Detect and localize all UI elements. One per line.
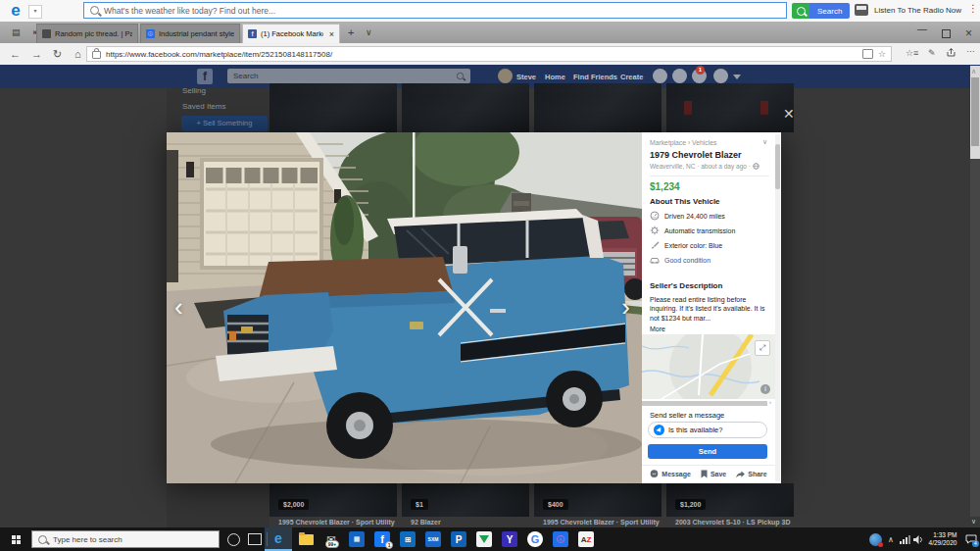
taskbar-paypal-button[interactable]: P — [447, 527, 470, 551]
taskbar-az-app-button[interactable]: AZ — [574, 527, 598, 551]
radio-extension-label[interactable]: Listen To The Radio Now — [874, 6, 961, 15]
tab-industrial-pendant[interactable]: ☮ Industrial pendant style ligh — [140, 24, 240, 43]
breadcrumb[interactable]: Marketplace › Vehicles — [650, 139, 769, 146]
taskbar-edge-button[interactable]: e — [265, 527, 292, 551]
new-tab-button[interactable]: + — [348, 26, 354, 38]
tray-defender-button[interactable] — [866, 527, 884, 551]
home-icon[interactable]: ⌂ — [74, 47, 81, 61]
tab-facebook-marketplace[interactable]: f (1) Facebook Marketpla × — [242, 24, 340, 43]
taskbar-blue-app-button[interactable]: ▦ — [345, 527, 368, 551]
share-action[interactable]: Share — [736, 471, 766, 478]
edge-menu-icon[interactable]: ⋮ — [968, 3, 978, 14]
edge-logo-caret-icon[interactable]: ▾ — [28, 5, 42, 19]
nav-create[interactable]: Create — [620, 73, 643, 81]
page-scrollbar-thumb[interactable] — [971, 77, 979, 146]
taskbar-mail-button[interactable]: ✉99+ — [319, 527, 343, 551]
bookmark-icon — [701, 470, 708, 478]
task-view-button[interactable] — [245, 527, 265, 551]
page-scrollbar-track-lower[interactable] — [970, 159, 980, 517]
send-button[interactable]: Send — [648, 444, 767, 459]
friend-requests-icon[interactable] — [653, 69, 667, 83]
nav-find-friends[interactable]: Find Friends — [573, 73, 617, 81]
taskbar-clock[interactable]: 1:33 PM4/29/2020 — [925, 527, 960, 551]
favorite-star-icon[interactable]: ☆ — [878, 49, 886, 59]
nav-user-name[interactable]: Steve — [516, 73, 536, 81]
taskbar-search-box[interactable]: Type here to search — [31, 530, 220, 548]
taskbar-store-button[interactable]: ⊞ — [396, 527, 419, 551]
refresh-icon[interactable]: ↻ — [53, 47, 62, 61]
tab-list-caret-icon[interactable]: ∨ — [366, 27, 372, 37]
more-link[interactable]: More — [650, 325, 769, 333]
edge-search-bar[interactable]: What's the weather like today? Find out … — [83, 2, 787, 19]
listing-photo-dimmed[interactable] — [402, 83, 529, 132]
facebook-search-box[interactable]: Search — [227, 69, 470, 83]
panel-scrollbar-thumb[interactable] — [775, 144, 780, 189]
account-caret-icon[interactable] — [733, 75, 741, 79]
send-message-label: Send seller a message — [650, 411, 769, 420]
reading-view-icon[interactable] — [862, 49, 873, 59]
related-title[interactable]: 92 Blazer — [411, 519, 441, 526]
related-title[interactable]: 1995 Chevrolet Blazer · Sport Utility — [543, 519, 660, 526]
panel-hscrollbar[interactable] — [642, 401, 767, 406]
user-avatar[interactable] — [498, 69, 513, 83]
settings-dots-icon[interactable]: … — [966, 44, 975, 54]
back-icon[interactable]: ← — [10, 47, 21, 61]
favorites-hub-icon[interactable]: ☆≡ — [906, 48, 918, 58]
tab-preview-icon[interactable]: ▤ — [12, 27, 21, 37]
network-icon[interactable] — [898, 527, 911, 551]
location-map[interactable]: ⤢ i — [642, 334, 775, 399]
related-title[interactable]: 2003 Chevrolet S-10 · LS Pickup 3D — [675, 519, 791, 526]
radio-extension-icon[interactable] — [855, 4, 868, 16]
facebook-logo-icon[interactable]: f — [197, 69, 213, 84]
tray-expand-icon[interactable]: ∧ — [885, 527, 897, 551]
taskbar-siriusxm-button[interactable]: SXM — [421, 527, 445, 551]
nav-home[interactable]: Home — [545, 73, 565, 81]
photo-next-icon[interactable]: › — [621, 292, 630, 322]
map-expand-icon[interactable]: ⤢ — [755, 340, 770, 356]
taskbar-peace-app-button[interactable]: ☮ — [549, 527, 572, 551]
close-window-button[interactable]: × — [965, 26, 972, 40]
scroll-down-icon[interactable]: ∨ — [971, 518, 976, 526]
message-action[interactable]: Message — [650, 470, 691, 478]
cortana-button[interactable] — [223, 527, 243, 551]
related-title[interactable]: 1995 Chevrolet Blazer · Sport Utility — [278, 519, 395, 526]
photo-prev-icon[interactable]: ‹ — [174, 292, 183, 322]
sell-something-button[interactable]: + Sell Something — [181, 116, 268, 131]
message-input[interactable]: Is this available? — [648, 422, 767, 438]
modal-close-icon[interactable]: ✕ — [783, 107, 795, 121]
listing-photo-dimmed[interactable] — [666, 83, 794, 132]
scroll-up-icon[interactable]: ∧ — [971, 68, 976, 75]
listing-photo-dimmed[interactable] — [534, 83, 662, 132]
taskbar-google-button[interactable]: G — [523, 527, 547, 551]
url-field[interactable]: https://www.facebook.com/marketplace/ite… — [86, 46, 892, 62]
tab-random-pic-thread[interactable]: Random pic thread. | Page 5 — [36, 24, 138, 43]
search-extension-button[interactable]: Search — [792, 3, 850, 19]
save-action[interactable]: Save — [701, 470, 726, 478]
breadcrumb-caret-icon[interactable]: ∨ — [762, 138, 767, 146]
ink-notes-icon[interactable]: ✎ — [928, 48, 936, 58]
start-button[interactable] — [4, 527, 27, 551]
maximize-button[interactable] — [942, 29, 951, 38]
forward-icon[interactable]: → — [31, 47, 42, 61]
facebook-favicon: f — [248, 29, 257, 38]
taskbar-explorer-button[interactable] — [294, 527, 318, 551]
edge-logo-icon[interactable]: e — [6, 2, 25, 20]
sidebar-item-selling[interactable]: Selling — [182, 86, 206, 95]
minimize-button[interactable]: — — [917, 24, 927, 34]
listing-photo[interactable]: ‹ › — [167, 132, 642, 483]
taskbar-green-app-button[interactable] — [472, 527, 496, 551]
volume-icon[interactable] — [911, 527, 925, 551]
taskbar-facebook-button[interactable]: f1 — [370, 527, 394, 551]
listing-modal: ‹ › Marketplace › Vehicles ∨ 1979 Chevro… — [167, 132, 781, 483]
tab-close-icon[interactable]: × — [329, 29, 334, 39]
condition-link[interactable]: Good condition — [664, 257, 710, 264]
sidebar-item-saved-items[interactable]: Saved Items — [182, 102, 225, 111]
action-center-button[interactable]: 4 — [962, 527, 980, 551]
taskbar-yahoo-button[interactable]: Y — [498, 527, 521, 551]
help-icon[interactable] — [713, 69, 728, 83]
map-info-icon[interactable]: i — [760, 384, 770, 394]
messenger-icon[interactable] — [672, 69, 687, 83]
listing-photo-dimmed[interactable] — [270, 83, 397, 132]
hscroll-right-icon[interactable]: › — [769, 399, 771, 405]
share-page-icon[interactable] — [947, 48, 956, 59]
